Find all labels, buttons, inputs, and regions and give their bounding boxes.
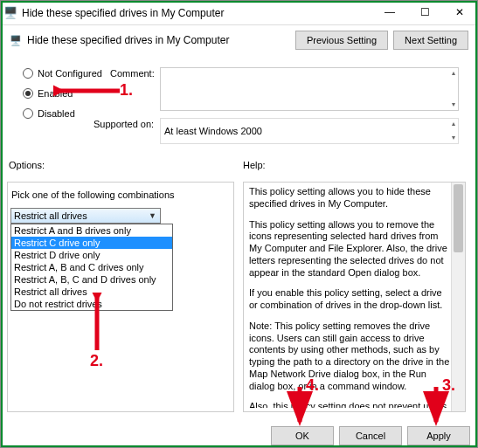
supported-on-field: At least Windows 2000 (160, 118, 459, 144)
radio-icon (23, 88, 33, 99)
help-text: This policy setting allows you to hide t… (249, 186, 452, 210)
help-label: Help: (243, 160, 266, 170)
pick-label: Pick one of the following combinations (11, 190, 175, 200)
list-item[interactable]: Do not restrict drives (11, 298, 172, 310)
chevron-down-icon: ▾ (452, 134, 475, 141)
titlebar: 🖥️ Hide these specified drives in My Com… (1, 1, 477, 25)
chevron-down-icon: ▼ (149, 211, 156, 220)
supported-text: At least Windows 2000 (164, 126, 262, 136)
drives-dropdown[interactable]: Restrict A and B drives only Restrict C … (10, 224, 173, 311)
chevron-down-icon: ▾ (452, 100, 475, 108)
radio-label: Disabled (38, 108, 75, 119)
callout-1: 1. (120, 81, 133, 100)
list-item[interactable]: Restrict all drives (11, 286, 172, 298)
supported-label: Supported on: (94, 119, 154, 129)
chevron-up-icon: ▴ (452, 69, 475, 77)
radio-label: Not Configured (38, 68, 102, 79)
radio-enabled[interactable]: Enabled (23, 88, 73, 99)
comment-field[interactable] (160, 67, 459, 111)
cancel-button[interactable]: Cancel (339, 426, 402, 445)
footer: OK Cancel Apply (271, 426, 470, 445)
scrollbar-thumb[interactable] (454, 184, 463, 252)
list-item[interactable]: Restrict A and B drives only (11, 224, 172, 237)
app-icon: 🖥️ (1, 6, 20, 19)
scrollbar[interactable] (451, 183, 465, 411)
list-item[interactable]: Restrict A, B, C and D drives only (11, 273, 172, 286)
list-item[interactable]: Restrict A, B and C drives only (11, 261, 172, 273)
options-label: Options: (9, 160, 45, 170)
radio-icon (23, 108, 33, 119)
radio-not-configured[interactable]: Not Configured (23, 68, 102, 79)
help-text: Note: This policy setting removes the dr… (249, 320, 452, 393)
chevron-up-icon: ▴ (452, 120, 475, 128)
help-text: Also, this policy setting does not preve… (249, 401, 452, 408)
combo-selected: Restrict all drives (14, 210, 87, 221)
help-frame: This policy setting allows you to hide t… (243, 182, 466, 412)
drives-combo[interactable]: Restrict all drives ▼ (10, 208, 161, 224)
help-text: If you enable this policy setting, selec… (249, 287, 452, 312)
ok-button[interactable]: OK (271, 426, 334, 445)
radio-icon (23, 68, 33, 79)
window-title: Hide these specified drives in My Comput… (20, 7, 372, 19)
minimize-button[interactable]: — (372, 1, 407, 24)
policy-title: Hide these specified drives in My Comput… (27, 34, 290, 46)
close-button[interactable]: ✕ (442, 1, 477, 24)
maximize-button[interactable]: ☐ (407, 1, 442, 24)
subheader: 🖥️ Hide these specified drives in My Com… (1, 25, 477, 55)
apply-button[interactable]: Apply (407, 426, 470, 445)
list-item[interactable]: Restrict C drive only (11, 237, 172, 249)
previous-setting-button[interactable]: Previous Setting (295, 31, 388, 50)
radio-disabled[interactable]: Disabled (23, 108, 75, 119)
radio-label: Enabled (38, 88, 73, 99)
policy-icon: 🖥️ (10, 35, 22, 46)
next-setting-button[interactable]: Next Setting (393, 31, 468, 50)
comment-label: Comment: (110, 68, 155, 79)
help-text: This policy setting allows you to remove… (249, 219, 452, 279)
list-item[interactable]: Restrict D drive only (11, 249, 172, 261)
